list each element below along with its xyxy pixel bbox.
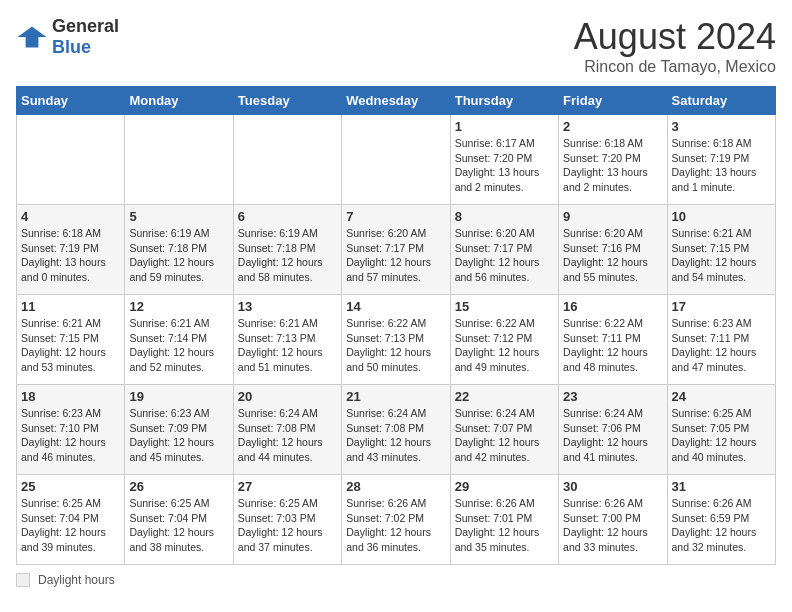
day-number: 29 xyxy=(455,479,554,494)
day-info: Sunrise: 6:26 AM Sunset: 6:59 PM Dayligh… xyxy=(672,496,771,555)
calendar-header: SundayMondayTuesdayWednesdayThursdayFrid… xyxy=(17,87,776,115)
header-row: SundayMondayTuesdayWednesdayThursdayFrid… xyxy=(17,87,776,115)
day-info: Sunrise: 6:26 AM Sunset: 7:00 PM Dayligh… xyxy=(563,496,662,555)
day-info: Sunrise: 6:25 AM Sunset: 7:04 PM Dayligh… xyxy=(129,496,228,555)
day-info: Sunrise: 6:24 AM Sunset: 7:08 PM Dayligh… xyxy=(238,406,337,465)
day-info: Sunrise: 6:24 AM Sunset: 7:07 PM Dayligh… xyxy=(455,406,554,465)
calendar-cell: 27Sunrise: 6:25 AM Sunset: 7:03 PM Dayli… xyxy=(233,475,341,565)
day-info: Sunrise: 6:22 AM Sunset: 7:12 PM Dayligh… xyxy=(455,316,554,375)
calendar-cell: 15Sunrise: 6:22 AM Sunset: 7:12 PM Dayli… xyxy=(450,295,558,385)
calendar-cell: 9Sunrise: 6:20 AM Sunset: 7:16 PM Daylig… xyxy=(559,205,667,295)
day-info: Sunrise: 6:23 AM Sunset: 7:10 PM Dayligh… xyxy=(21,406,120,465)
day-info: Sunrise: 6:21 AM Sunset: 7:13 PM Dayligh… xyxy=(238,316,337,375)
legend-label: Daylight hours xyxy=(38,573,115,587)
day-number: 27 xyxy=(238,479,337,494)
day-info: Sunrise: 6:26 AM Sunset: 7:01 PM Dayligh… xyxy=(455,496,554,555)
day-number: 13 xyxy=(238,299,337,314)
week-row-1: 1Sunrise: 6:17 AM Sunset: 7:20 PM Daylig… xyxy=(17,115,776,205)
day-number: 19 xyxy=(129,389,228,404)
calendar-cell: 14Sunrise: 6:22 AM Sunset: 7:13 PM Dayli… xyxy=(342,295,450,385)
day-info: Sunrise: 6:20 AM Sunset: 7:17 PM Dayligh… xyxy=(455,226,554,285)
day-number: 31 xyxy=(672,479,771,494)
day-info: Sunrise: 6:23 AM Sunset: 7:11 PM Dayligh… xyxy=(672,316,771,375)
day-number: 26 xyxy=(129,479,228,494)
day-number: 3 xyxy=(672,119,771,134)
calendar-cell: 26Sunrise: 6:25 AM Sunset: 7:04 PM Dayli… xyxy=(125,475,233,565)
day-number: 15 xyxy=(455,299,554,314)
day-number: 22 xyxy=(455,389,554,404)
day-number: 28 xyxy=(346,479,445,494)
calendar-cell: 13Sunrise: 6:21 AM Sunset: 7:13 PM Dayli… xyxy=(233,295,341,385)
day-info: Sunrise: 6:25 AM Sunset: 7:05 PM Dayligh… xyxy=(672,406,771,465)
legend: Daylight hours xyxy=(16,573,776,587)
logo: General Blue xyxy=(16,16,119,58)
calendar-cell xyxy=(342,115,450,205)
calendar-cell: 12Sunrise: 6:21 AM Sunset: 7:14 PM Dayli… xyxy=(125,295,233,385)
logo-blue: Blue xyxy=(52,37,91,57)
day-number: 10 xyxy=(672,209,771,224)
day-number: 5 xyxy=(129,209,228,224)
location-title: Rincon de Tamayo, Mexico xyxy=(574,58,776,76)
day-info: Sunrise: 6:19 AM Sunset: 7:18 PM Dayligh… xyxy=(129,226,228,285)
calendar-cell: 7Sunrise: 6:20 AM Sunset: 7:17 PM Daylig… xyxy=(342,205,450,295)
calendar-cell: 28Sunrise: 6:26 AM Sunset: 7:02 PM Dayli… xyxy=(342,475,450,565)
day-number: 21 xyxy=(346,389,445,404)
day-info: Sunrise: 6:25 AM Sunset: 7:03 PM Dayligh… xyxy=(238,496,337,555)
week-row-5: 25Sunrise: 6:25 AM Sunset: 7:04 PM Dayli… xyxy=(17,475,776,565)
col-header-sunday: Sunday xyxy=(17,87,125,115)
calendar-cell: 30Sunrise: 6:26 AM Sunset: 7:00 PM Dayli… xyxy=(559,475,667,565)
calendar-cell: 3Sunrise: 6:18 AM Sunset: 7:19 PM Daylig… xyxy=(667,115,775,205)
col-header-monday: Monday xyxy=(125,87,233,115)
logo-general: General xyxy=(52,16,119,36)
calendar-cell: 21Sunrise: 6:24 AM Sunset: 7:08 PM Dayli… xyxy=(342,385,450,475)
day-info: Sunrise: 6:18 AM Sunset: 7:20 PM Dayligh… xyxy=(563,136,662,195)
day-number: 7 xyxy=(346,209,445,224)
day-info: Sunrise: 6:25 AM Sunset: 7:04 PM Dayligh… xyxy=(21,496,120,555)
calendar-cell: 16Sunrise: 6:22 AM Sunset: 7:11 PM Dayli… xyxy=(559,295,667,385)
day-number: 12 xyxy=(129,299,228,314)
day-number: 25 xyxy=(21,479,120,494)
day-info: Sunrise: 6:24 AM Sunset: 7:08 PM Dayligh… xyxy=(346,406,445,465)
day-number: 6 xyxy=(238,209,337,224)
day-number: 24 xyxy=(672,389,771,404)
calendar-cell: 19Sunrise: 6:23 AM Sunset: 7:09 PM Dayli… xyxy=(125,385,233,475)
calendar-cell: 22Sunrise: 6:24 AM Sunset: 7:07 PM Dayli… xyxy=(450,385,558,475)
calendar-body: 1Sunrise: 6:17 AM Sunset: 7:20 PM Daylig… xyxy=(17,115,776,565)
calendar-cell: 18Sunrise: 6:23 AM Sunset: 7:10 PM Dayli… xyxy=(17,385,125,475)
calendar-cell: 2Sunrise: 6:18 AM Sunset: 7:20 PM Daylig… xyxy=(559,115,667,205)
day-info: Sunrise: 6:22 AM Sunset: 7:11 PM Dayligh… xyxy=(563,316,662,375)
calendar-cell: 31Sunrise: 6:26 AM Sunset: 6:59 PM Dayli… xyxy=(667,475,775,565)
day-number: 14 xyxy=(346,299,445,314)
calendar-cell xyxy=(125,115,233,205)
day-number: 8 xyxy=(455,209,554,224)
day-info: Sunrise: 6:20 AM Sunset: 7:16 PM Dayligh… xyxy=(563,226,662,285)
calendar-cell: 10Sunrise: 6:21 AM Sunset: 7:15 PM Dayli… xyxy=(667,205,775,295)
day-number: 11 xyxy=(21,299,120,314)
calendar-cell xyxy=(17,115,125,205)
calendar-cell: 6Sunrise: 6:19 AM Sunset: 7:18 PM Daylig… xyxy=(233,205,341,295)
col-header-friday: Friday xyxy=(559,87,667,115)
calendar-cell: 4Sunrise: 6:18 AM Sunset: 7:19 PM Daylig… xyxy=(17,205,125,295)
day-number: 17 xyxy=(672,299,771,314)
day-info: Sunrise: 6:18 AM Sunset: 7:19 PM Dayligh… xyxy=(21,226,120,285)
day-info: Sunrise: 6:17 AM Sunset: 7:20 PM Dayligh… xyxy=(455,136,554,195)
day-number: 23 xyxy=(563,389,662,404)
calendar-cell: 20Sunrise: 6:24 AM Sunset: 7:08 PM Dayli… xyxy=(233,385,341,475)
calendar-cell: 25Sunrise: 6:25 AM Sunset: 7:04 PM Dayli… xyxy=(17,475,125,565)
calendar-table: SundayMondayTuesdayWednesdayThursdayFrid… xyxy=(16,86,776,565)
calendar-title-area: August 2024 Rincon de Tamayo, Mexico xyxy=(574,16,776,76)
day-number: 2 xyxy=(563,119,662,134)
day-number: 4 xyxy=(21,209,120,224)
day-info: Sunrise: 6:19 AM Sunset: 7:18 PM Dayligh… xyxy=(238,226,337,285)
day-number: 16 xyxy=(563,299,662,314)
day-info: Sunrise: 6:23 AM Sunset: 7:09 PM Dayligh… xyxy=(129,406,228,465)
week-row-4: 18Sunrise: 6:23 AM Sunset: 7:10 PM Dayli… xyxy=(17,385,776,475)
day-info: Sunrise: 6:26 AM Sunset: 7:02 PM Dayligh… xyxy=(346,496,445,555)
svg-marker-0 xyxy=(18,27,47,48)
logo-icon xyxy=(16,25,48,49)
day-number: 30 xyxy=(563,479,662,494)
day-number: 1 xyxy=(455,119,554,134)
week-row-3: 11Sunrise: 6:21 AM Sunset: 7:15 PM Dayli… xyxy=(17,295,776,385)
month-title: August 2024 xyxy=(574,16,776,58)
week-row-2: 4Sunrise: 6:18 AM Sunset: 7:19 PM Daylig… xyxy=(17,205,776,295)
